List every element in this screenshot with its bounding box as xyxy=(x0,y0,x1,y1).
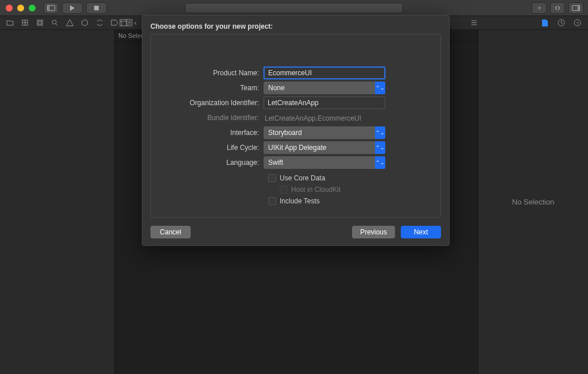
interface-select[interactable]: Storyboard ⌃⌄ xyxy=(264,126,385,139)
scheme-destination-pill[interactable] xyxy=(185,3,403,13)
chevron-updown-icon: ⌃⌄ xyxy=(375,141,385,154)
find-navigator-icon[interactable] xyxy=(51,19,59,27)
chevron-updown-icon: ⌃⌄ xyxy=(375,82,385,94)
source-control-icon[interactable] xyxy=(21,19,29,27)
debug-navigator-icon[interactable] xyxy=(95,19,103,27)
titlebar-left-group xyxy=(44,2,107,14)
file-inspector-icon[interactable] xyxy=(541,19,549,27)
use-core-data-label: Use Core Data xyxy=(280,174,325,182)
svg-rect-11 xyxy=(120,20,126,26)
life-cycle-select-value: UIKit App Delegate xyxy=(268,144,326,152)
org-id-input[interactable] xyxy=(264,97,385,109)
back-icon[interactable]: ‹ xyxy=(131,19,140,27)
new-project-options-sheet: Choose options for your new project: Pro… xyxy=(142,15,450,246)
svg-point-9 xyxy=(52,20,56,24)
svg-rect-5 xyxy=(578,5,580,10)
inspector-empty-label: No Selection xyxy=(512,198,555,206)
svg-rect-8 xyxy=(38,21,41,24)
team-select[interactable]: None ⌃⌄ xyxy=(264,82,385,94)
chevron-updown-icon: ⌃⌄ xyxy=(375,156,385,169)
project-navigator-icon[interactable] xyxy=(6,19,14,27)
life-cycle-select[interactable]: UIKit App Delegate ⌃⌄ xyxy=(264,141,385,154)
product-name-input[interactable] xyxy=(264,67,385,79)
titlebar: ＋ xyxy=(0,0,588,16)
toggle-navigator-button[interactable] xyxy=(44,2,59,14)
chevron-updown-icon: ⌃⌄ xyxy=(375,126,385,139)
sheet-buttons: Cancel Previous Next xyxy=(150,226,441,238)
language-select[interactable]: Swift ⌃⌄ xyxy=(264,156,385,169)
interface-label: Interface: xyxy=(151,129,264,137)
close-window-icon[interactable] xyxy=(6,5,13,11)
life-cycle-label: Life Cycle: xyxy=(151,144,264,152)
editor-layout-icon[interactable] xyxy=(119,19,127,27)
previous-button[interactable]: Previous xyxy=(352,226,395,238)
svg-rect-1 xyxy=(48,5,50,10)
window-controls xyxy=(0,5,36,11)
library-button[interactable]: ＋ xyxy=(532,2,547,14)
host-cloudkit-checkbox xyxy=(280,186,288,194)
svg-marker-2 xyxy=(70,5,75,11)
svg-text:?: ? xyxy=(576,21,579,26)
cancel-button[interactable]: Cancel xyxy=(150,226,191,238)
sheet-title: Choose options for your new project: xyxy=(142,16,449,34)
navigator-panel xyxy=(0,30,115,374)
interface-select-value: Storyboard xyxy=(268,129,302,137)
code-review-button[interactable] xyxy=(550,2,565,14)
issue-navigator-icon[interactable] xyxy=(65,19,74,27)
titlebar-right-group: ＋ xyxy=(532,2,583,14)
team-select-value: None xyxy=(268,84,285,92)
adjust-editor-icon[interactable] xyxy=(470,19,478,27)
next-button[interactable]: Next xyxy=(401,226,441,238)
product-name-label: Product Name: xyxy=(151,69,264,77)
include-tests-checkbox[interactable] xyxy=(268,197,276,205)
team-label: Team: xyxy=(151,84,264,92)
zoom-window-icon[interactable] xyxy=(29,5,36,11)
toggle-inspector-button[interactable] xyxy=(568,2,583,14)
svg-rect-3 xyxy=(94,6,99,10)
sheet-body: Product Name: Team: None ⌃⌄ Organization… xyxy=(150,34,441,218)
history-inspector-icon[interactable] xyxy=(557,19,565,27)
language-label: Language: xyxy=(151,159,264,167)
bundle-id-label: Bundle Identifier: xyxy=(151,114,264,122)
symbols-navigator-icon[interactable] xyxy=(36,19,44,27)
use-core-data-checkbox[interactable] xyxy=(268,174,276,182)
minimize-window-icon[interactable] xyxy=(17,5,24,11)
svg-rect-7 xyxy=(37,20,42,25)
help-inspector-icon[interactable]: ? xyxy=(573,19,581,27)
language-select-value: Swift xyxy=(268,159,283,167)
stop-button[interactable] xyxy=(86,2,107,14)
inspector-panel: No Selection xyxy=(478,30,588,374)
org-id-label: Organization Identifier: xyxy=(151,99,264,107)
include-tests-label: Include Tests xyxy=(280,197,320,205)
bundle-id-value: LetCreateAnApp.EcommerceUI xyxy=(264,114,361,122)
host-cloudkit-label: Host in CloudKit xyxy=(291,186,341,194)
breakpoint-navigator-icon[interactable] xyxy=(110,19,118,27)
run-button[interactable] xyxy=(62,2,83,14)
test-navigator-icon[interactable] xyxy=(80,19,88,27)
